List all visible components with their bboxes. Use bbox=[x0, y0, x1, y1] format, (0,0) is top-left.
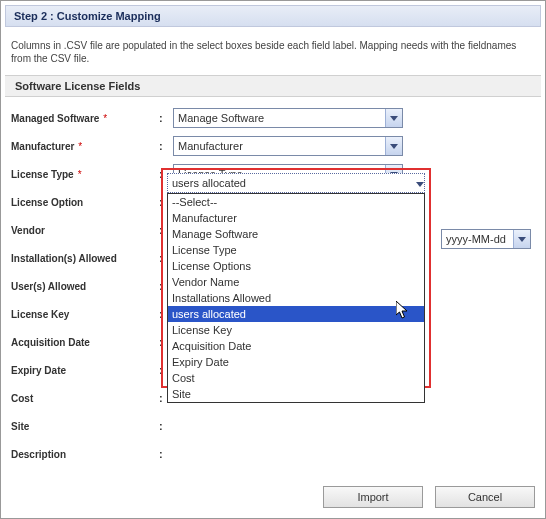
form-row: Managed Software*:Manage Software bbox=[11, 107, 535, 129]
required-mark: * bbox=[78, 169, 82, 180]
button-bar: Import Cancel bbox=[323, 486, 535, 508]
dropdown-option[interactable]: Vendor Name bbox=[168, 274, 424, 290]
dropdown-option[interactable]: License Options bbox=[168, 258, 424, 274]
step-header: Step 2 : Customize Mapping bbox=[5, 5, 541, 27]
mapping-select[interactable]: Manage Software bbox=[173, 108, 403, 128]
chevron-down-icon[interactable] bbox=[513, 230, 530, 248]
mapping-select[interactable]: Manufacturer bbox=[173, 136, 403, 156]
field-label: Description bbox=[11, 449, 159, 460]
dropdown-option[interactable]: --Select-- bbox=[168, 194, 424, 210]
dropdown-option[interactable]: Manufacturer bbox=[168, 210, 424, 226]
dropdown-option[interactable]: users allocated bbox=[168, 306, 424, 322]
field-label: Acquisition Date bbox=[11, 337, 159, 348]
field-label: User(s) Allowed bbox=[11, 281, 159, 292]
field-label: Manufacturer* bbox=[11, 141, 159, 152]
users-allowed-select-value: users allocated bbox=[172, 177, 246, 189]
date-format-value: yyyy-MM-dd bbox=[446, 233, 506, 245]
form-row: Manufacturer*:Manufacturer bbox=[11, 135, 535, 157]
field-label: Expiry Date bbox=[11, 365, 159, 376]
field-label: License Option bbox=[11, 197, 159, 208]
dropdown-option[interactable]: License Key bbox=[168, 322, 424, 338]
section-header: Software License Fields bbox=[5, 75, 541, 97]
chevron-down-icon[interactable] bbox=[385, 109, 402, 127]
dropdown-option[interactable]: Expiry Date bbox=[168, 354, 424, 370]
mapping-select-value: Manufacturer bbox=[178, 140, 243, 152]
form-row: Description: bbox=[11, 443, 535, 465]
form-row: Site: bbox=[11, 415, 535, 437]
field-label: Installation(s) Allowed bbox=[11, 253, 159, 264]
field-label: Cost bbox=[11, 393, 159, 404]
colon: : bbox=[159, 140, 173, 152]
dropdown-option[interactable]: Acquisition Date bbox=[168, 338, 424, 354]
dropdown-option[interactable]: License Type bbox=[168, 242, 424, 258]
dropdown-option[interactable]: Cost bbox=[168, 370, 424, 386]
dropdown-options-list[interactable]: --Select--ManufacturerManage SoftwareLic… bbox=[167, 193, 425, 403]
instructions-text: Columns in .CSV file are populated in th… bbox=[1, 31, 545, 71]
users-allowed-open-dropdown[interactable]: users allocated --Select--ManufacturerMa… bbox=[167, 173, 425, 403]
date-format-select[interactable]: yyyy-MM-dd bbox=[441, 229, 531, 249]
dropdown-option[interactable]: Installations Allowed bbox=[168, 290, 424, 306]
users-allowed-select-box[interactable]: users allocated bbox=[167, 173, 425, 193]
colon: : bbox=[159, 420, 173, 432]
field-label: License Key bbox=[11, 309, 159, 320]
field-label: Vendor bbox=[11, 225, 159, 236]
field-label: Site bbox=[11, 421, 159, 432]
mapping-select-value: Manage Software bbox=[178, 112, 264, 124]
cancel-button[interactable]: Cancel bbox=[435, 486, 535, 508]
import-button[interactable]: Import bbox=[323, 486, 423, 508]
colon: : bbox=[159, 112, 173, 124]
required-mark: * bbox=[103, 113, 107, 124]
required-mark: * bbox=[78, 141, 82, 152]
chevron-down-icon[interactable] bbox=[416, 177, 424, 189]
field-label: License Type* bbox=[11, 169, 159, 180]
colon: : bbox=[159, 448, 173, 460]
chevron-down-icon[interactable] bbox=[385, 137, 402, 155]
dropdown-option[interactable]: Manage Software bbox=[168, 226, 424, 242]
field-label: Managed Software* bbox=[11, 113, 159, 124]
dropdown-option[interactable]: Site bbox=[168, 386, 424, 402]
